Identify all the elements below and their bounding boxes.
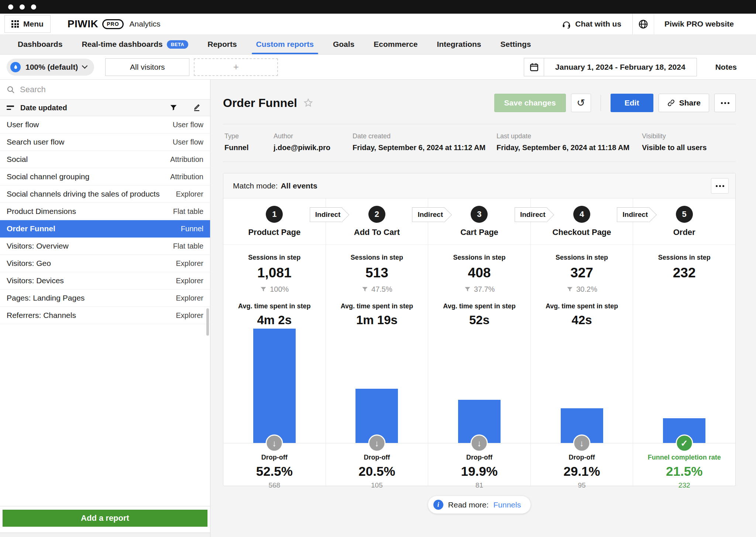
favorite-star-icon[interactable] xyxy=(303,98,313,108)
notes-button[interactable]: Notes xyxy=(708,63,744,72)
sessions-in-step-value: 513 xyxy=(326,265,428,281)
date-range-picker[interactable]: January 1, 2024 - February 18, 2024 xyxy=(524,58,697,76)
window-control-dot[interactable] xyxy=(20,4,25,10)
toolbar-right: January 1, 2024 - February 18, 2024 Note… xyxy=(524,58,749,76)
funnel-step-checkout-page: Indirect 4 Checkout Page Sessions in ste… xyxy=(530,198,633,486)
read-more-funnels-link[interactable]: Funnels xyxy=(494,500,521,509)
add-a-report-button[interactable]: Add a report xyxy=(3,510,207,527)
window-control-dot[interactable] xyxy=(31,4,36,10)
match-mode-value: All events xyxy=(281,181,317,190)
report-name: Referrers: Channels xyxy=(7,311,76,320)
funnel-icon xyxy=(260,286,267,293)
reports-sidebar: Date updated User flow User flow Search … xyxy=(0,80,210,537)
sessions-in-step-label: Sessions in step xyxy=(428,254,530,261)
share-button[interactable]: Share xyxy=(659,94,709,112)
meta-value: Funnel xyxy=(224,143,274,152)
bar-area: ↓ xyxy=(326,325,428,443)
search-input[interactable] xyxy=(20,85,204,94)
avg-time-label: Avg. time spent in step xyxy=(223,302,326,310)
grid-menu-icon xyxy=(11,20,19,28)
more-actions-button[interactable] xyxy=(714,94,736,112)
save-changes-button[interactable]: Save changes xyxy=(494,94,566,112)
filter-icon[interactable] xyxy=(169,104,178,112)
edit-list-icon[interactable] xyxy=(192,103,201,112)
window-control-dot[interactable] xyxy=(8,4,13,10)
sidebar-item-pages-landing-pages[interactable]: Pages: Landing Pages Explorer xyxy=(0,290,210,307)
drop-off-label: Drop-off xyxy=(223,454,326,461)
globe-cell[interactable] xyxy=(632,14,654,34)
tab-ecommerce[interactable]: Ecommerce xyxy=(364,34,427,54)
sidebar-item-referrers-channels[interactable]: Referrers: Channels Explorer xyxy=(0,307,210,324)
sessions-percent-row: 100% xyxy=(223,285,326,294)
funnel-more-button[interactable] xyxy=(711,178,729,194)
brand-product-text: Analytics xyxy=(130,20,161,28)
meta-value: Visible to all users xyxy=(642,143,734,152)
drop-off-count: 105 xyxy=(326,481,428,489)
tab-real-time-dashboards[interactable]: Real-time dashboards BETA xyxy=(72,34,198,54)
nav-tab-label: Integrations xyxy=(437,40,481,49)
step-result-marker-icon: ↓ xyxy=(471,434,488,452)
website-label: Piwik PRO website xyxy=(664,20,734,28)
ellipsis-icon xyxy=(721,102,729,104)
sidebar-bottom-strip xyxy=(0,533,210,537)
report-name: User flow xyxy=(7,120,39,129)
report-name: Social channel grouping xyxy=(7,172,89,181)
ellipsis-icon xyxy=(716,185,724,187)
refresh-icon: ↺ xyxy=(577,97,585,109)
sidebar-item-user-flow[interactable]: User flow User flow xyxy=(0,116,210,134)
add-segment-button[interactable]: + xyxy=(194,58,278,76)
sort-icon[interactable] xyxy=(7,105,14,110)
globe-icon xyxy=(638,19,648,29)
sidebar-item-social[interactable]: Social Attribution xyxy=(0,151,210,168)
step-result-marker-icon: ↓ xyxy=(266,434,283,452)
meta-value: j.doe@piwik.pro xyxy=(274,143,353,152)
search-icon xyxy=(6,85,15,94)
chat-with-us-button[interactable]: Chat with us xyxy=(551,14,632,34)
connector-label: Indirect xyxy=(623,211,648,219)
marker-glyph: ↓ xyxy=(272,438,276,448)
sampling-selector[interactable]: 100% (default) xyxy=(7,59,94,76)
drop-off-label: Drop-off xyxy=(428,454,530,461)
sidebar-item-social-channels-driving-the-sales-of-products[interactable]: Social channels driving the sales of pro… xyxy=(0,186,210,203)
sidebar-scrollbar[interactable] xyxy=(206,308,209,336)
meta-label: Visibility xyxy=(642,132,734,140)
report-type-badge: Flat table xyxy=(173,242,203,250)
sidebar-item-search-user-flow[interactable]: Search user flow User flow xyxy=(0,134,210,151)
sidebar-item-product-dimensions[interactable]: Product Dimensions Flat table xyxy=(0,203,210,220)
report-name: Visitors: Overview xyxy=(7,242,69,250)
sidebar-sort-actions xyxy=(169,103,203,112)
tab-reports[interactable]: Reports xyxy=(198,34,246,54)
read-more-pill: i Read more: Funnels xyxy=(428,496,531,514)
tab-goals[interactable]: Goals xyxy=(323,34,364,54)
drop-off-count: 95 xyxy=(531,481,633,489)
tab-integrations[interactable]: Integrations xyxy=(427,34,491,54)
report-title-row: Order Funnel Save changes ↺ Edit Share xyxy=(223,94,736,112)
sampling-label: 100% (default) xyxy=(25,63,78,72)
tab-dashboards[interactable]: Dashboards xyxy=(8,34,72,54)
menu-button[interactable]: Menu xyxy=(4,15,51,33)
sessions-percent-row: 47.5% xyxy=(326,285,428,294)
sidebar-item-order-funnel[interactable]: Order Funnel Funnel xyxy=(0,220,210,238)
menu-label: Menu xyxy=(23,20,44,28)
sessions-percent: 30.2% xyxy=(576,285,597,294)
edit-button[interactable]: Edit xyxy=(611,94,653,112)
tab-settings[interactable]: Settings xyxy=(491,34,541,54)
step-result-marker-icon: ↓ xyxy=(573,434,591,452)
step-number-badge: 5 xyxy=(676,206,693,223)
piwik-website-link[interactable]: Piwik PRO website xyxy=(654,14,756,34)
beta-badge: BETA xyxy=(167,40,188,49)
content-area: Date updated User flow User flow Search … xyxy=(0,80,756,537)
tab-custom-reports[interactable]: Custom reports xyxy=(247,34,323,54)
connector-label: Indirect xyxy=(417,211,443,219)
refresh-button[interactable]: ↺ xyxy=(571,94,591,112)
drop-off-label: Drop-off xyxy=(326,454,428,461)
sidebar-item-visitors-geo[interactable]: Visitors: Geo Explorer xyxy=(0,255,210,272)
sessions-in-step-label: Sessions in step xyxy=(326,254,428,261)
nav-tab-label: Dashboards xyxy=(18,40,62,49)
report-type-badge: Attribution xyxy=(170,155,203,164)
sidebar-item-visitors-devices[interactable]: Visitors: Devices Explorer xyxy=(0,272,210,290)
sessions-in-step-label: Sessions in step xyxy=(223,254,326,261)
segment-all-visitors[interactable]: All visitors xyxy=(105,58,189,76)
sidebar-item-social-channel-grouping[interactable]: Social channel grouping Attribution xyxy=(0,168,210,186)
sidebar-item-visitors-overview[interactable]: Visitors: Overview Flat table xyxy=(0,238,210,255)
